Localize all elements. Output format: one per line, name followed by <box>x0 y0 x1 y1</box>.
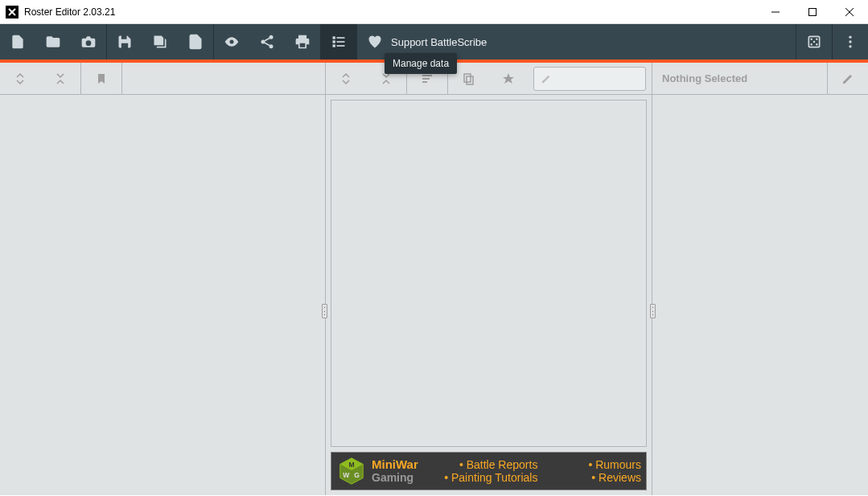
svg-rect-8 <box>333 44 335 47</box>
tooltip: Manage data <box>385 53 457 74</box>
collapse-button[interactable] <box>40 63 80 95</box>
edit-button[interactable] <box>828 63 868 95</box>
window-title: Roster Editor 2.03.21 <box>24 6 757 18</box>
filter-input[interactable] <box>533 67 646 91</box>
bookmark-button[interactable] <box>81 63 121 95</box>
export-button[interactable] <box>178 24 213 59</box>
expand-button[interactable] <box>0 63 40 95</box>
selection-list <box>331 100 647 447</box>
svg-rect-0 <box>809 8 817 15</box>
svg-rect-19 <box>422 75 432 76</box>
close-button[interactable] <box>831 0 868 24</box>
svg-text:G: G <box>354 471 360 479</box>
ad-brand-top: MiniWar <box>372 458 418 472</box>
ad-banner[interactable]: M W G MiniWar Gaming • Battle Reports • … <box>331 452 647 490</box>
svg-rect-6 <box>333 40 335 43</box>
svg-point-1 <box>269 35 274 39</box>
svg-point-2 <box>261 40 265 44</box>
svg-point-14 <box>810 43 812 46</box>
svg-rect-9 <box>337 45 345 47</box>
svg-point-17 <box>849 40 851 43</box>
svg-point-13 <box>813 41 816 43</box>
view-button[interactable] <box>214 24 249 59</box>
star-button[interactable] <box>488 63 529 95</box>
svg-point-11 <box>810 38 812 40</box>
resize-handle-2[interactable] <box>650 304 656 318</box>
svg-rect-5 <box>337 37 345 39</box>
minimize-button[interactable] <box>757 0 794 24</box>
svg-rect-20 <box>422 78 430 80</box>
svg-rect-23 <box>467 76 473 84</box>
ad-logo: M W G MiniWar Gaming <box>336 456 418 486</box>
svg-rect-22 <box>464 74 471 82</box>
ad-brand-bottom: Gaming <box>372 472 418 484</box>
ad-link-battle-reports[interactable]: • Battle Reports <box>442 458 538 471</box>
cube-icon: M W G <box>336 456 367 486</box>
open-folder-button[interactable] <box>35 24 71 59</box>
svg-point-3 <box>269 44 274 48</box>
app-icon <box>6 6 19 18</box>
selection-pane: M W G MiniWar Gaming • Battle Reports • … <box>325 95 652 495</box>
detail-pane <box>652 95 868 495</box>
ad-link-painting[interactable]: • Painting Tutorials <box>442 471 538 484</box>
save-button[interactable] <box>107 24 142 59</box>
support-label: Support BattleScribe <box>391 36 487 48</box>
svg-text:M: M <box>348 461 354 469</box>
share-button[interactable] <box>249 24 285 59</box>
menu-button[interactable] <box>833 24 868 59</box>
save-all-button[interactable] <box>142 24 178 59</box>
svg-point-12 <box>816 38 818 40</box>
ad-link-reviews[interactable]: • Reviews <box>545 471 641 484</box>
expand-button-2[interactable] <box>326 63 366 95</box>
svg-point-18 <box>849 45 851 47</box>
dice-button[interactable] <box>796 24 832 59</box>
ad-link-rumours[interactable]: • Rumours <box>545 458 641 471</box>
svg-point-15 <box>816 43 818 46</box>
svg-point-16 <box>849 36 851 39</box>
svg-rect-21 <box>422 81 427 83</box>
content-area: M W G MiniWar Gaming • Battle Reports • … <box>0 95 868 495</box>
camera-button[interactable] <box>71 24 106 59</box>
selection-label: Nothing Selected <box>652 72 827 84</box>
manage-data-button[interactable] <box>321 24 356 59</box>
window-titlebar: Roster Editor 2.03.21 <box>0 0 868 24</box>
svg-rect-4 <box>333 36 335 39</box>
svg-text:W: W <box>343 471 350 479</box>
maximize-button[interactable] <box>794 0 831 24</box>
roster-tree-pane <box>0 95 325 495</box>
print-button[interactable] <box>285 24 320 59</box>
svg-rect-7 <box>337 41 345 43</box>
new-file-button[interactable] <box>0 24 35 59</box>
pencil-icon <box>541 73 552 84</box>
resize-handle-1[interactable] <box>322 304 327 318</box>
